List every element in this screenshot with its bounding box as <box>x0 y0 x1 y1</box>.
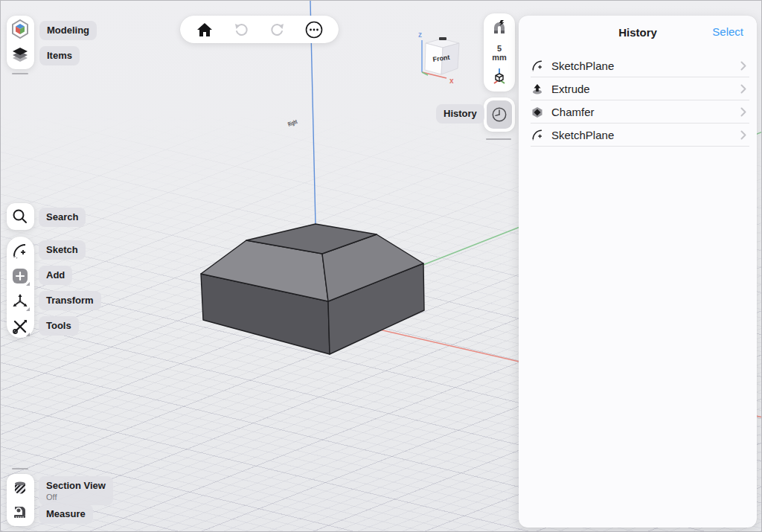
chevron-right-icon <box>740 61 746 71</box>
measure-icon <box>12 504 28 521</box>
tools-button[interactable] <box>9 315 31 338</box>
sketchplane-icon <box>531 129 544 141</box>
history-row-chamfer[interactable]: Chamfer <box>519 100 757 124</box>
main-toolbar <box>180 16 339 43</box>
extrude-icon <box>531 83 544 95</box>
items-label: Items <box>39 46 80 65</box>
redo-icon <box>270 22 285 37</box>
divider <box>12 468 28 469</box>
transform-label: Transform <box>39 291 101 310</box>
items-layers-icon <box>11 47 29 63</box>
search-icon <box>12 208 28 225</box>
orientation-gizmo-icon <box>491 67 508 85</box>
history-row-sketchplane-2[interactable]: SketchPlane <box>519 124 757 147</box>
more-button[interactable] <box>303 19 325 41</box>
history-row-label: SketchPlane <box>551 129 740 141</box>
tool-group <box>7 237 34 338</box>
view-tool-group <box>7 474 34 526</box>
model-body[interactable] <box>201 224 424 354</box>
history-tooltip: History <box>436 104 484 124</box>
divider <box>12 73 28 74</box>
search-button[interactable] <box>9 205 31 228</box>
snap-value: 5 mm <box>492 44 507 62</box>
magnet-icon <box>491 20 508 38</box>
measure-label: Measure <box>39 504 93 524</box>
home-icon <box>196 22 213 37</box>
history-row-sketchplane-1[interactable]: SketchPlane <box>519 54 757 77</box>
history-row-extrude[interactable]: Extrude <box>519 77 757 100</box>
modeling-button[interactable] <box>9 18 31 40</box>
home-button[interactable] <box>193 19 216 41</box>
sketch-icon <box>12 243 28 259</box>
chevron-right-icon <box>740 107 746 117</box>
history-panel-header: History Select <box>519 16 757 54</box>
divider <box>486 138 511 140</box>
app-window: z x Front Right <box>0 0 762 532</box>
add-label: Add <box>39 266 72 285</box>
history-toggle-button[interactable] <box>487 100 512 129</box>
chevron-right-icon <box>740 84 746 94</box>
search-label: Search <box>39 208 86 227</box>
history-row-label: SketchPlane <box>551 60 740 72</box>
snap-rail: 5 mm <box>484 13 515 92</box>
submenu-mark <box>26 282 30 286</box>
search-container <box>7 203 34 230</box>
section-view-title: Section View <box>46 480 106 491</box>
section-view-label: Section View Off <box>39 476 113 505</box>
snap-number: 5 <box>492 44 507 53</box>
history-row-label: Extrude <box>551 83 740 95</box>
workspace-switcher <box>7 16 34 69</box>
chamfer-icon <box>531 106 544 118</box>
viewcube-x-label: x <box>449 77 454 85</box>
row-separator <box>531 146 749 147</box>
modeling-cube-icon <box>10 19 30 39</box>
tools-label: Tools <box>39 316 79 336</box>
history-button-container <box>484 97 515 132</box>
snap-unit: mm <box>492 53 507 62</box>
section-view-button[interactable] <box>9 477 31 499</box>
clock-icon <box>491 106 508 124</box>
history-panel: History Select SketchPlane <box>519 16 757 528</box>
orientation-button[interactable] <box>488 66 510 86</box>
sketchplane-icon <box>531 60 544 72</box>
submenu-mark <box>26 307 30 311</box>
transform-button[interactable] <box>9 290 31 313</box>
redo-button[interactable] <box>266 19 289 41</box>
chevron-right-icon <box>740 130 746 140</box>
undo-button[interactable] <box>230 19 252 41</box>
viewcube-top-tab[interactable] <box>439 37 446 40</box>
measure-button[interactable] <box>9 501 31 524</box>
items-button[interactable] <box>9 44 31 66</box>
undo-icon <box>234 22 249 37</box>
more-icon <box>305 21 323 39</box>
viewcube-z-label: z <box>418 31 422 39</box>
add-button[interactable] <box>9 265 31 287</box>
sketch-button[interactable] <box>9 240 31 262</box>
section-view-state: Off <box>46 493 106 501</box>
select-button[interactable]: Select <box>712 25 743 38</box>
history-row-label: Chamfer <box>551 106 740 118</box>
modeling-label: Modeling <box>39 21 97 40</box>
viewcube-right-label: Right <box>287 118 299 128</box>
section-view-icon <box>12 480 28 496</box>
history-list: SketchPlane Extrude <box>519 54 757 147</box>
submenu-mark <box>26 333 30 336</box>
sketch-label: Sketch <box>39 240 86 260</box>
snapping-button[interactable] <box>488 19 510 39</box>
